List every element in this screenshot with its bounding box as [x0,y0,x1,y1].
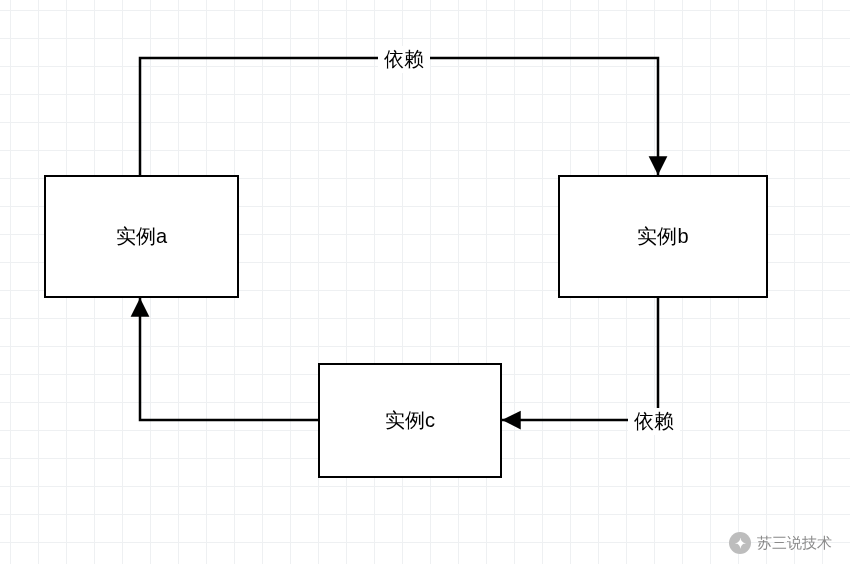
edge-label-b-to-c: 依赖 [628,408,680,435]
edge-label-a-to-b: 依赖 [378,46,430,73]
edge-label-a-to-b-text: 依赖 [384,48,424,70]
edge-b-to-c [502,298,658,420]
node-c-label: 实例c [385,407,435,434]
node-b-label: 实例b [637,223,688,250]
node-a-label: 实例a [116,223,167,250]
edge-a-to-b [140,58,658,175]
edge-label-b-to-c-text: 依赖 [634,410,674,432]
node-instance-b: 实例b [558,175,768,298]
node-instance-c: 实例c [318,363,502,478]
wechat-icon: ✦ [729,532,751,554]
node-instance-a: 实例a [44,175,239,298]
watermark-text: 苏三说技术 [757,534,832,553]
watermark: ✦ 苏三说技术 [729,532,832,554]
edge-c-to-a [140,298,318,420]
diagram-canvas: 实例a 实例b 实例c 依赖 依赖 ✦ 苏三说技术 [0,0,850,564]
